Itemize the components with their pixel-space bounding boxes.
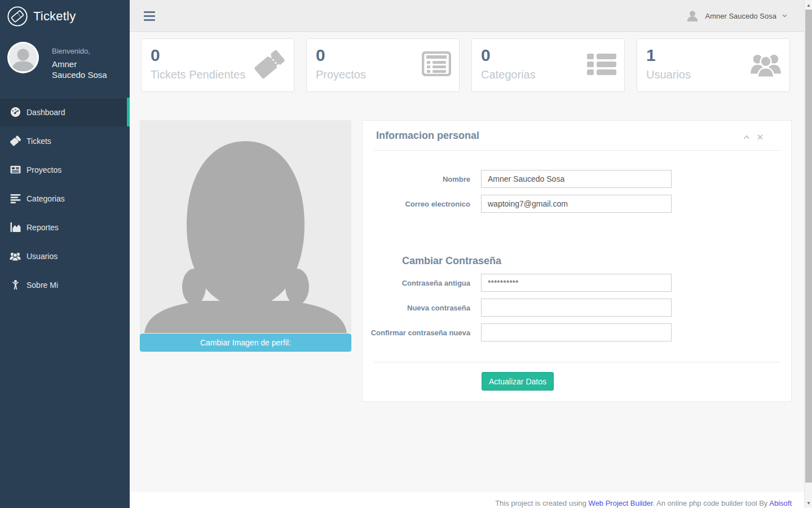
scroll-down-arrow-icon[interactable]: ▼ — [805, 499, 812, 507]
avatar — [7, 42, 39, 73]
list-icon — [9, 193, 21, 204]
sidebar-item-sobre-mi[interactable]: Sobre Mi — [0, 270, 130, 299]
newspaper-icon — [422, 51, 451, 78]
old-password-field[interactable] — [481, 274, 672, 292]
profile-widget: Cambiar Imagen de perfil: — [140, 120, 351, 352]
sidebar-item-dashboard[interactable]: Dashboard — [0, 98, 130, 126]
users-icon — [9, 251, 21, 261]
sidebar-item-label: Sobre Mi — [27, 281, 58, 290]
users-icon — [750, 50, 782, 81]
sidebar-item-label: Reportes — [27, 223, 59, 232]
stat-cards: 0 Tickets Pendientes 0 Proyectos — [141, 38, 790, 92]
new-password-field[interactable] — [481, 299, 672, 317]
ticket-icon — [253, 48, 286, 83]
field-label: Correo electronico — [363, 199, 470, 209]
sidebar-item-label: Proyectos — [27, 165, 61, 174]
newspaper-icon — [9, 164, 21, 175]
topbar: Amner Saucedo Sosa — [130, 0, 812, 32]
sidebar-item-usuarios[interactable]: Usuarios — [0, 242, 130, 270]
stat-card-categorias[interactable]: 0 Categorias — [471, 38, 625, 92]
sidebar-item-label: Dashboard — [27, 108, 65, 117]
correo-field[interactable] — [481, 195, 672, 213]
ticket-icon — [9, 135, 21, 146]
th-list-icon — [587, 52, 616, 78]
personal-info-panel: Informacion personal Nombre Correo elect… — [362, 120, 792, 402]
sidebar-profile: Bienvenido, Amner Saucedo Sosa — [0, 32, 130, 86]
scroll-up-arrow-icon[interactable]: ▲ — [805, 1, 812, 9]
confirm-password-field[interactable] — [481, 323, 672, 341]
stat-card-tickets-pendientes[interactable]: 0 Tickets Pendientes — [141, 38, 294, 92]
sidebar: Ticketly Bienvenido, Amner Saucedo Sosa — [0, 0, 130, 508]
app-window: Ticketly Bienvenido, Amner Saucedo Sosa — [0, 0, 812, 508]
change-password-heading: Cambiar Contraseña — [402, 255, 501, 267]
vertical-scrollbar[interactable]: ▲ ▼ — [804, 0, 812, 508]
divider — [374, 150, 780, 151]
footer-text: This project is created using — [495, 499, 588, 507]
sidebar-item-proyectos[interactable]: Proyectos — [0, 155, 130, 184]
sidebar-item-tickets[interactable]: Tickets — [0, 126, 130, 155]
footer-text: . An online php code builder tool By — [653, 499, 770, 507]
change-profile-image-button[interactable]: Cambiar Imagen de perfil: — [140, 334, 351, 352]
field-label: Confirmar contraseña nueva — [363, 328, 470, 338]
panel-title: Informacion personal — [376, 130, 479, 142]
sidebar-menu: Dashboard Tickets — [0, 98, 130, 299]
close-icon[interactable] — [757, 134, 763, 140]
footer: This project is created using Web Projec… — [130, 492, 804, 508]
user-menu[interactable]: Amner Saucedo Sosa — [686, 10, 787, 22]
sidebar-item-categorias[interactable]: Categorias — [0, 184, 130, 213]
field-label: Contraseña antigua — [363, 278, 470, 288]
person-icon — [686, 10, 699, 22]
sidebar-user-name: Amner Saucedo Sosa — [52, 59, 111, 80]
menu-hamburger-icon[interactable] — [144, 11, 155, 21]
ticket-logo-icon — [7, 6, 28, 27]
footer-link-web-project-builder[interactable]: Web Project Builder — [589, 499, 653, 507]
field-label: Nombre — [363, 174, 470, 184]
topbar-user-name: Amner Saucedo Sosa — [705, 12, 776, 20]
chevron-up-icon[interactable] — [743, 135, 750, 139]
dashboard-icon — [9, 107, 21, 117]
stat-card-proyectos[interactable]: 0 Proyectos — [306, 38, 460, 92]
area-chart-icon — [9, 222, 21, 233]
welcome-label: Bienvenido, — [52, 47, 111, 55]
chevron-down-icon — [782, 14, 787, 17]
nombre-field[interactable] — [481, 170, 672, 188]
update-data-button[interactable]: Actualizar Datos — [482, 372, 554, 391]
stat-card-usuarios[interactable]: 1 Usuarios — [637, 38, 790, 92]
sidebar-item-reportes[interactable]: Reportes — [0, 213, 130, 242]
sidebar-item-label: Tickets — [27, 137, 51, 146]
app-logo[interactable]: Ticketly — [0, 0, 130, 32]
app-title: Ticketly — [33, 9, 76, 24]
sidebar-item-label: Usuarios — [27, 252, 58, 261]
child-icon — [9, 279, 21, 290]
main-content: 0 Tickets Pendientes 0 Proyectos — [130, 33, 812, 492]
footer-link-abisoft[interactable]: Abisoft — [769, 499, 792, 507]
scrollbar-thumb[interactable] — [805, 10, 812, 483]
sidebar-item-label: Categorias — [27, 194, 65, 203]
divider — [374, 362, 780, 362]
profile-image-placeholder — [140, 120, 351, 333]
field-label: Nueva contraseña — [363, 303, 470, 313]
